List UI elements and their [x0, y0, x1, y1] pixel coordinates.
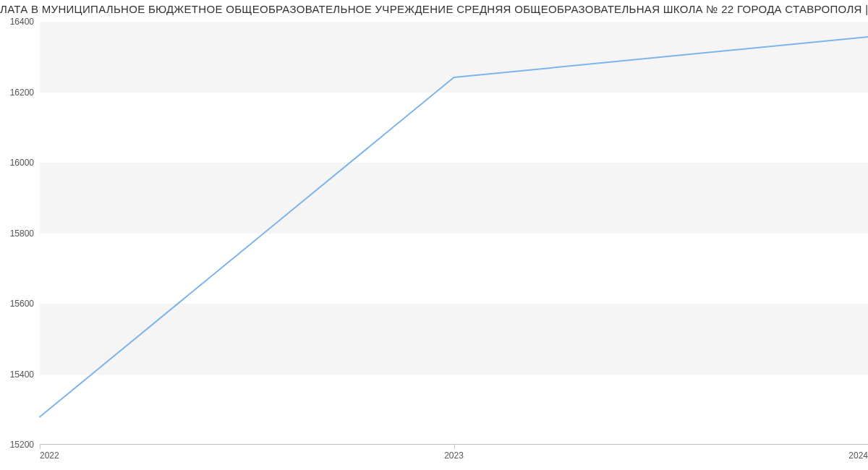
x-tick-label: 2022	[40, 450, 59, 461]
x-tick-label: 2024	[848, 450, 868, 461]
y-tick-label: 15600	[10, 299, 34, 309]
series-line	[40, 37, 868, 417]
plot-area: 1520015400156001580016000162001640020222…	[40, 22, 868, 445]
x-tick	[40, 445, 41, 449]
y-tick-label: 15400	[10, 369, 34, 380]
y-tick-label: 15800	[10, 228, 34, 239]
chart-container: ЛАТА В МУНИЦИПАЛЬНОЕ БЮДЖЕТНОЕ ОБЩЕОБРАЗ…	[0, 0, 868, 470]
y-tick-label: 15200	[10, 440, 34, 450]
y-tick-label: 16200	[10, 87, 34, 98]
x-tick-label: 2023	[444, 450, 464, 461]
y-tick-label: 16000	[10, 158, 34, 168]
line-layer	[40, 22, 868, 445]
chart-title: ЛАТА В МУНИЦИПАЛЬНОЕ БЮДЖЕТНОЕ ОБЩЕОБРАЗ…	[0, 3, 868, 15]
y-tick-label: 16400	[10, 17, 34, 27]
x-tick	[454, 445, 455, 449]
